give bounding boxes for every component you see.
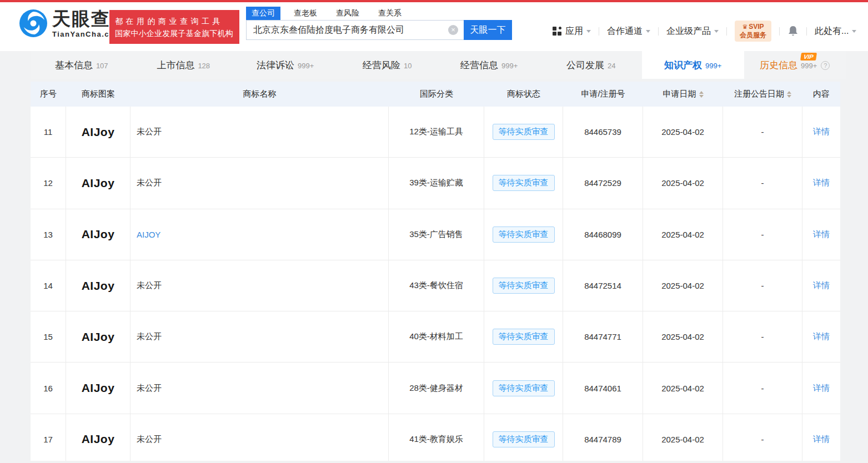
tab-basic-info[interactable]: 基本信息 107 bbox=[31, 51, 133, 79]
row-index: 13 bbox=[31, 209, 66, 260]
help-icon[interactable]: ? bbox=[821, 61, 830, 70]
detail-link[interactable]: 详情 bbox=[813, 178, 830, 188]
svip-sublabel: 会员服务 bbox=[740, 31, 766, 39]
nav-enterprise-label: 企业级产品 bbox=[666, 26, 711, 37]
announce-date: - bbox=[723, 209, 802, 260]
trademark-image[interactable]: AIJoy bbox=[66, 107, 131, 157]
nav-user-menu[interactable]: 此处有... bbox=[815, 26, 856, 37]
clear-icon[interactable]: × bbox=[448, 25, 458, 35]
trademark-status: 等待实质审查 bbox=[484, 311, 563, 362]
apply-date: 2025-04-02 bbox=[643, 311, 723, 362]
vip-badge: VIP bbox=[800, 53, 817, 61]
status-badge: 等待实质审查 bbox=[493, 329, 555, 345]
sort-desc-icon bbox=[787, 95, 791, 100]
chevron-down-icon bbox=[586, 30, 591, 35]
nav-divider bbox=[779, 27, 780, 36]
search-tab-company[interactable]: 查公司 bbox=[246, 7, 280, 20]
status-badge: 等待实质审查 bbox=[493, 124, 555, 140]
col-header-apply-date[interactable]: 申请日期 bbox=[643, 89, 723, 100]
col-header-intl-class: 国际分类 bbox=[389, 89, 484, 99]
tianyancha-logo[interactable]: 天眼查 TianYanCha.com bbox=[19, 9, 122, 38]
nav-user-label: 此处有... bbox=[815, 26, 849, 37]
trademark-table: 序号 商标图案 商标名称 国际分类 商标状态 申请/注册号 申请日期 注册公告日… bbox=[31, 82, 840, 461]
tab-operation-risk[interactable]: 经营风险 10 bbox=[337, 51, 439, 79]
col-header-announce-date[interactable]: 注册公告日期 bbox=[723, 89, 802, 100]
announce-date: - bbox=[723, 414, 802, 461]
intl-class: 40类-材料加工 bbox=[389, 311, 484, 362]
chevron-down-icon bbox=[646, 30, 650, 35]
reg-number: 84474789 bbox=[563, 414, 643, 461]
header-nav: 应用 合作通道 企业级产品 ♛SVIP 会员服务 此处有... bbox=[553, 21, 856, 42]
trademark-status: 等待实质审查 bbox=[484, 209, 563, 260]
trademark-image[interactable]: AIJoy bbox=[66, 311, 131, 362]
detail-cell: 详情 bbox=[802, 311, 840, 362]
search-input[interactable] bbox=[246, 20, 464, 40]
col-header-status: 商标状态 bbox=[484, 89, 563, 99]
trademark-name-link[interactable]: AIJOY bbox=[137, 230, 160, 239]
col-header-index: 序号 bbox=[31, 89, 66, 99]
tab-operation-info[interactable]: 经营信息 999+ bbox=[438, 51, 540, 79]
trademark-image[interactable]: AIJoy bbox=[66, 158, 131, 208]
nav-divider bbox=[806, 27, 807, 36]
search-tab-relation[interactable]: 查关系 bbox=[373, 7, 407, 20]
table-row: 17 AIJoy 未公开 41类-教育娱乐 等待实质审查 84474789 20… bbox=[31, 414, 840, 461]
svip-member-service-badge[interactable]: ♛SVIP 会员服务 bbox=[735, 21, 771, 42]
trademark-status: 等待实质审查 bbox=[484, 414, 563, 461]
detail-link[interactable]: 详情 bbox=[813, 229, 830, 240]
nav-divider bbox=[658, 27, 659, 36]
apps-grid-icon bbox=[553, 27, 561, 36]
row-index: 15 bbox=[31, 311, 66, 362]
detail-link[interactable]: 详情 bbox=[813, 383, 830, 394]
tab-company-development[interactable]: 公司发展 24 bbox=[540, 51, 643, 79]
trademark-name: 未公开 bbox=[131, 260, 389, 311]
table-row: 15 AIJoy 未公开 40类-材料加工 等待实质审查 84474771 20… bbox=[31, 311, 840, 363]
tab-intellectual-property[interactable]: 知识产权 999+ bbox=[642, 51, 744, 79]
col-header-content: 内容 bbox=[802, 89, 840, 99]
trademark-name: 未公开 bbox=[131, 414, 389, 461]
trademark-name[interactable]: AIJOY bbox=[131, 209, 389, 260]
nav-apps[interactable]: 应用 bbox=[553, 26, 591, 37]
detail-link[interactable]: 详情 bbox=[813, 127, 830, 137]
search-tab-boss[interactable]: 查老板 bbox=[288, 7, 323, 20]
announce-date: - bbox=[723, 311, 802, 362]
detail-cell: 详情 bbox=[802, 414, 840, 461]
row-index: 11 bbox=[31, 107, 66, 157]
tab-legal-litigation[interactable]: 法律诉讼 999+ bbox=[234, 51, 337, 79]
sort-desc-icon bbox=[699, 95, 704, 100]
table-row: 14 AIJoy 未公开 43类-餐饮住宿 等待实质审查 84472514 20… bbox=[31, 260, 840, 311]
announce-date: - bbox=[723, 363, 802, 413]
table-row: 16 AIJoy 未公开 28类-健身器材 等待实质审查 84474061 20… bbox=[31, 363, 840, 414]
notification-bell-button[interactable] bbox=[787, 25, 799, 37]
status-badge: 等待实质审查 bbox=[493, 380, 555, 396]
trademark-image[interactable]: AIJoy bbox=[66, 363, 131, 413]
status-badge: 等待实质审查 bbox=[493, 227, 555, 243]
table-row: 13 AIJoy AIJOY 35类-广告销售 等待实质审查 84468099 … bbox=[31, 209, 840, 260]
table-row: 11 AIJoy 未公开 12类-运输工具 等待实质审查 84465739 20… bbox=[31, 107, 840, 158]
trademark-status: 等待实质审查 bbox=[484, 158, 563, 208]
detail-link[interactable]: 详情 bbox=[813, 280, 830, 291]
sort-icons[interactable] bbox=[699, 89, 704, 100]
nav-enterprise-products[interactable]: 企业级产品 bbox=[666, 26, 719, 37]
search-button[interactable]: 天眼一下 bbox=[464, 20, 512, 40]
search-tab-risk[interactable]: 查风险 bbox=[330, 7, 365, 20]
intl-class: 43类-餐饮住宿 bbox=[389, 260, 484, 311]
reg-number: 84472529 bbox=[563, 158, 643, 208]
tab-listing-info[interactable]: 上市信息 128 bbox=[133, 51, 235, 79]
bell-icon bbox=[787, 25, 799, 37]
nav-cooperation[interactable]: 合作通道 bbox=[607, 26, 650, 37]
trademark-name: 未公开 bbox=[131, 363, 389, 413]
detail-link[interactable]: 详情 bbox=[813, 331, 830, 342]
trademark-image[interactable]: AIJoy bbox=[66, 209, 131, 260]
slogan-banner: 都在用的商业查询工具 国家中小企业发展子基金旗下机构 bbox=[109, 10, 239, 44]
trademark-name: 未公开 bbox=[131, 158, 389, 208]
trademark-image[interactable]: AIJoy bbox=[66, 260, 131, 311]
intl-class: 28类-健身器材 bbox=[389, 363, 484, 413]
detail-link[interactable]: 详情 bbox=[813, 434, 830, 445]
intl-class: 39类-运输贮藏 bbox=[389, 158, 484, 208]
slogan-line2: 国家中小企业发展子基金旗下机构 bbox=[115, 27, 234, 39]
chevron-down-icon bbox=[852, 30, 856, 35]
row-index: 16 bbox=[31, 363, 66, 413]
sort-icons[interactable] bbox=[787, 89, 791, 100]
tab-history-info[interactable]: VIP 历史信息 999+ ? bbox=[744, 51, 846, 79]
trademark-image[interactable]: AIJoy bbox=[66, 414, 131, 461]
